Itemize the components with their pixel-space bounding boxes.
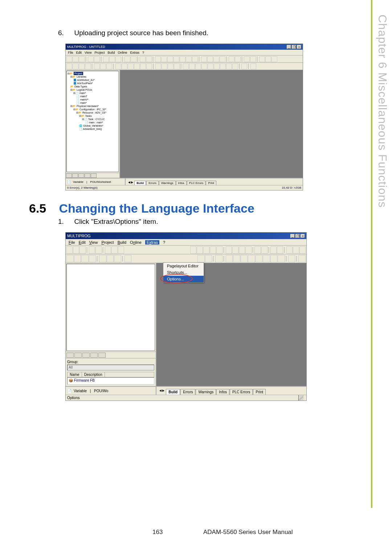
scr2-treetab-1-icon[interactable] <box>66 353 74 358</box>
s2tb-cut-icon[interactable] <box>105 246 111 254</box>
tb-window-1-icon[interactable] <box>155 56 161 62</box>
s2tb-b-icon[interactable] <box>197 246 203 254</box>
resize-grip-icon[interactable] <box>298 395 303 401</box>
s2tb2-a-icon[interactable] <box>66 255 74 262</box>
scr2-max-btn[interactable]: ❐ <box>295 234 300 238</box>
s2tb2-m-icon[interactable] <box>233 255 240 262</box>
tb-misc-c-icon[interactable] <box>271 56 277 62</box>
tb-window-4-icon[interactable] <box>173 56 179 62</box>
scr2-tab-plcerrors[interactable]: PLC Errors <box>230 389 253 395</box>
scr1-menu-online[interactable]: Online <box>118 51 127 54</box>
tb-misc-a-icon[interactable] <box>259 56 265 62</box>
scr2-menu-help[interactable]: ? <box>163 240 165 245</box>
tb-print-icon[interactable] <box>94 56 100 62</box>
s2tb2-e-icon[interactable] <box>99 255 106 262</box>
scr2-list-header-desc[interactable]: Description <box>82 372 105 377</box>
s2tb-e-icon[interactable] <box>216 246 222 254</box>
scr1-menu-extras[interactable]: Extras <box>130 51 139 54</box>
s2tb-paste-icon[interactable] <box>118 246 124 254</box>
tb-window-6-icon[interactable] <box>186 56 192 62</box>
s2tb2-h-icon[interactable] <box>124 255 132 262</box>
tb-find-icon[interactable] <box>140 56 146 62</box>
tb2-p-icon[interactable] <box>168 63 173 69</box>
s2tb2-i-icon[interactable] <box>197 255 205 262</box>
tb2-d-icon[interactable] <box>85 63 91 69</box>
tb-redo-icon[interactable] <box>131 56 136 62</box>
scr1-menu-file[interactable]: File <box>68 51 73 54</box>
scr1-treetab-2-icon[interactable] <box>72 173 78 178</box>
s2tb2-q-icon[interactable] <box>263 255 270 262</box>
scr1-treetab-1-icon[interactable] <box>66 173 72 178</box>
scr2-tab-warnings[interactable]: Warnings <box>196 389 216 395</box>
s2tb-g-icon[interactable] <box>232 246 238 254</box>
s2tb2-c-icon[interactable] <box>81 255 89 262</box>
tb2-u-icon[interactable] <box>201 63 207 69</box>
tb2-k-icon[interactable] <box>134 63 140 69</box>
scr2-menu-project[interactable]: Project <box>101 240 114 245</box>
tb-window-5-icon[interactable] <box>180 56 185 62</box>
s2tb-f-icon[interactable] <box>226 246 232 254</box>
scr1-tab-infos[interactable]: Infos <box>176 181 187 185</box>
dropdown-shortcuts[interactable]: Shortcuts... <box>163 269 204 276</box>
s2tb-i-icon[interactable] <box>245 246 252 254</box>
scr1-close-btn[interactable]: × <box>297 45 301 49</box>
tb2-m-icon[interactable] <box>146 63 152 69</box>
tb2-a-icon[interactable] <box>66 63 72 69</box>
s2tb2-o-icon[interactable] <box>248 255 255 262</box>
tb-save-icon[interactable] <box>79 56 85 62</box>
scr1-min-btn[interactable]: _ <box>287 45 291 49</box>
tb-preview-icon[interactable] <box>88 56 94 62</box>
s2tb2-j-icon[interactable] <box>205 255 212 262</box>
s2tb-o-icon[interactable] <box>293 246 299 254</box>
s2tb-preview-icon[interactable] <box>89 246 95 254</box>
tb-window-7-icon[interactable] <box>192 56 198 62</box>
scr2-treetab-5-icon[interactable] <box>98 353 106 358</box>
scr2-project-tree[interactable] <box>66 264 155 351</box>
tb2-h-icon[interactable] <box>115 63 121 69</box>
s2tb-new-icon[interactable] <box>66 246 73 254</box>
scr1-project-tree[interactable]: ⊟📂 Project ⊟📂 Libraries 📘 AdvMotion_A1* … <box>66 71 119 172</box>
s2tb2-n-icon[interactable] <box>241 255 248 262</box>
scr2-menu-extras[interactable]: Extras <box>145 240 159 245</box>
s2tb-k-icon[interactable] <box>261 246 268 254</box>
dropdown-pagelayout[interactable]: Pagelayout Editor <box>163 263 204 269</box>
scr1-max-btn[interactable]: ❐ <box>292 45 296 49</box>
tb2-n-icon[interactable] <box>155 63 161 69</box>
s2tb2-l-icon[interactable] <box>226 255 233 262</box>
tb2-q-icon[interactable] <box>174 63 180 69</box>
tb-compile-icon[interactable] <box>201 56 207 62</box>
s2tb-m-icon[interactable] <box>277 246 283 254</box>
s2tb-print-icon[interactable] <box>95 246 102 254</box>
tb2-l-icon[interactable] <box>140 63 146 69</box>
s2tb2-k-icon[interactable] <box>215 255 222 262</box>
s2tb2-d-icon[interactable] <box>89 255 96 262</box>
s2tb2-g-icon[interactable] <box>114 255 121 262</box>
tb2-g-icon[interactable] <box>106 63 112 69</box>
tb-window-3-icon[interactable] <box>167 56 173 62</box>
tb2-ab-icon[interactable] <box>250 63 256 69</box>
tb-copy-icon[interactable] <box>109 56 115 62</box>
scr2-menu-online[interactable]: Online <box>130 240 142 245</box>
scr1-treetab-3-icon[interactable] <box>78 173 84 178</box>
tb-misc-b-icon[interactable] <box>265 56 271 62</box>
tb2-x-icon[interactable] <box>220 63 226 69</box>
scr2-menu-build[interactable]: Build <box>118 240 126 245</box>
tb2-s-icon[interactable] <box>189 63 195 69</box>
tb2-t-icon[interactable] <box>195 63 201 69</box>
scr1-menu-view[interactable]: View <box>85 51 91 54</box>
s2tb-l-icon[interactable] <box>270 246 277 254</box>
s2tb2-p-icon[interactable] <box>256 255 263 262</box>
tb-rebuild-icon[interactable] <box>213 56 219 62</box>
scr2-list-header-name[interactable]: Name <box>68 372 82 377</box>
s2tb-open-icon[interactable] <box>73 246 79 254</box>
scr1-menu-help[interactable]: ? <box>142 51 144 54</box>
tb2-c-icon[interactable] <box>79 63 85 69</box>
s2tb-a-icon[interactable] <box>190 246 196 254</box>
scr2-tab-build[interactable]: Build <box>166 389 180 395</box>
tb2-z-icon[interactable] <box>232 63 238 69</box>
s2tb2-f-icon[interactable] <box>107 255 114 262</box>
tb-cut-icon[interactable] <box>103 56 109 62</box>
scr2-list-row[interactable]: 📦 Firmware FB <box>67 377 154 385</box>
tb2-y-icon[interactable] <box>226 63 232 69</box>
scr2-min-btn[interactable]: _ <box>290 234 295 238</box>
